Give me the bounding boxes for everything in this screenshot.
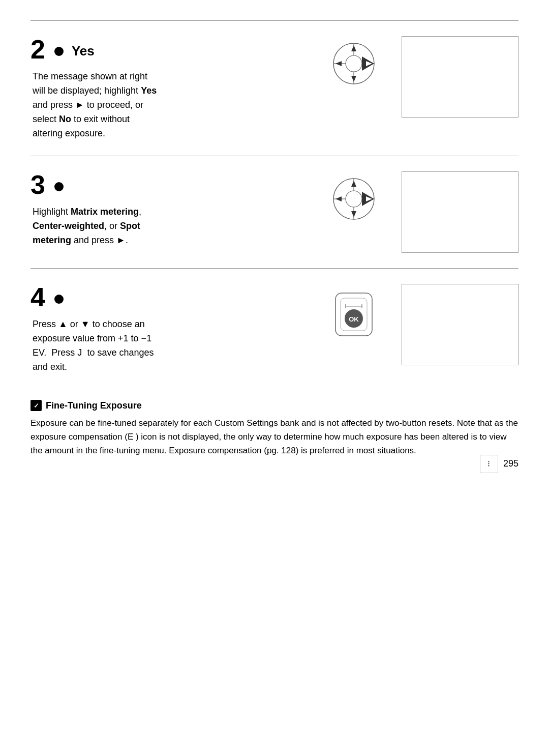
section-4: 4 Press ▲ or ▼ to choose an exposure val… bbox=[30, 268, 518, 390]
bullet-2 bbox=[54, 47, 64, 56]
section-2-title: Yes bbox=[72, 43, 95, 59]
svg-marker-18 bbox=[336, 196, 342, 201]
note-title: ✓ Fine-Tuning Exposure bbox=[30, 400, 518, 411]
section-3-imagebox bbox=[402, 171, 518, 253]
section-2-header: 2 Yes bbox=[30, 36, 331, 63]
svg-point-11 bbox=[346, 191, 362, 207]
section-2-controls bbox=[331, 36, 518, 118]
section-2: 2 Yes The message shown at right will be… bbox=[30, 20, 518, 156]
svg-marker-7 bbox=[351, 76, 356, 82]
page-number: 295 bbox=[503, 458, 518, 469]
svg-marker-17 bbox=[351, 211, 356, 217]
step-number-4: 4 bbox=[30, 284, 45, 310]
step-number-3: 3 bbox=[30, 171, 45, 198]
page: 2 Yes The message shown at right will be… bbox=[0, 0, 549, 493]
section-4-left: 4 Press ▲ or ▼ to choose an exposure val… bbox=[30, 284, 331, 374]
ok-svg: OK bbox=[331, 289, 376, 340]
section-3-left: 3 Highlight Matrix metering, Center-weig… bbox=[30, 171, 331, 248]
step-number-2: 2 bbox=[30, 36, 45, 63]
section-3-controls bbox=[331, 171, 518, 253]
note-section: ✓ Fine-Tuning Exposure Exposure can be f… bbox=[30, 390, 518, 463]
svg-marker-6 bbox=[351, 45, 356, 51]
section-3-body: Highlight Matrix metering, Center-weight… bbox=[30, 205, 295, 248]
section-4-body: Press ▲ or ▼ to choose an exposure value… bbox=[30, 317, 295, 374]
section-4-ok-control: OK bbox=[331, 289, 376, 340]
section-4-controls: OK bbox=[331, 284, 518, 365]
section-3-header: 3 bbox=[30, 171, 331, 198]
note-title-text: Fine-Tuning Exposure bbox=[46, 400, 142, 411]
section-2-dpad bbox=[331, 41, 376, 86]
section-2-left: 2 Yes The message shown at right will be… bbox=[30, 36, 331, 140]
svg-text:OK: OK bbox=[349, 315, 359, 323]
dpad-svg-2 bbox=[331, 41, 376, 86]
section-2-imagebox bbox=[402, 36, 518, 118]
bullet-3 bbox=[54, 182, 64, 191]
page-icon: ⁝ bbox=[480, 455, 498, 473]
section-4-header: 4 bbox=[30, 284, 331, 310]
section-4-imagebox bbox=[402, 284, 518, 365]
note-body: Exposure can be fine-tuned separately fo… bbox=[30, 416, 518, 458]
svg-marker-8 bbox=[336, 61, 342, 66]
page-footer: ⁝ 295 bbox=[480, 455, 518, 473]
svg-marker-16 bbox=[351, 181, 356, 187]
dpad-svg-3 bbox=[331, 177, 376, 221]
section-3-dpad bbox=[331, 177, 376, 221]
bullet-4 bbox=[54, 295, 64, 304]
section-2-body: The message shown at right will be displ… bbox=[30, 70, 295, 140]
svg-point-1 bbox=[346, 55, 362, 72]
note-icon: ✓ bbox=[30, 400, 42, 411]
section-3: 3 Highlight Matrix metering, Center-weig… bbox=[30, 156, 518, 268]
